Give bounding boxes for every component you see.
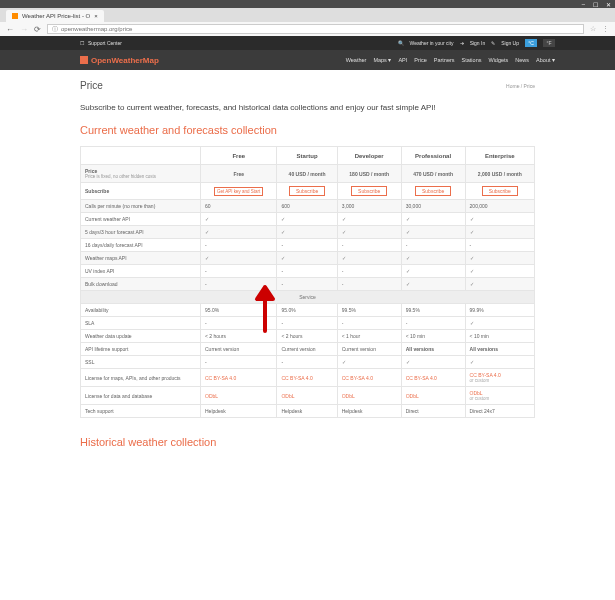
col-developer: Developer bbox=[337, 147, 401, 165]
subscribe-professional-button[interactable]: Subscribe bbox=[415, 186, 451, 196]
support-icon: ☐ bbox=[80, 40, 84, 46]
license-link[interactable]: ODbL bbox=[205, 393, 218, 399]
service-divider: Service bbox=[81, 291, 535, 304]
price-free: Free bbox=[201, 165, 277, 183]
browser-tab[interactable]: Weather API Price-list - O × bbox=[6, 10, 104, 22]
nav-api[interactable]: API bbox=[398, 57, 407, 63]
unit-celsius-button[interactable]: °C bbox=[525, 39, 537, 47]
signup-link[interactable]: Sign Up bbox=[501, 40, 519, 46]
license-link[interactable]: ODbL bbox=[281, 393, 294, 399]
signin-link[interactable]: Sign In bbox=[470, 40, 486, 46]
nav-price[interactable]: Price bbox=[414, 57, 427, 63]
page-content: ☐ Support Center 🔍 Weather in your city … bbox=[0, 36, 615, 600]
nav-widgets[interactable]: Widgets bbox=[488, 57, 508, 63]
license-link[interactable]: CC BY-SA 4.0 bbox=[281, 375, 312, 381]
price-note: Price is fixed, no other hidden costs bbox=[85, 174, 196, 179]
col-startup: Startup bbox=[277, 147, 337, 165]
logo-text: OpenWeatherMap bbox=[91, 56, 159, 65]
subscribe-label: Subscribe bbox=[85, 188, 109, 194]
url-text: openweathermap.org/price bbox=[61, 26, 132, 32]
page-title: Price bbox=[80, 80, 103, 91]
row-price: PricePrice is fixed, no other hidden cos… bbox=[81, 165, 535, 183]
section-current-forecasts: Current weather and forecasts collection bbox=[80, 124, 535, 136]
table-row: Availability95.0%95.0%99.5%99.5%99.9% bbox=[81, 304, 535, 317]
subscribe-enterprise-button[interactable]: Subscribe bbox=[482, 186, 518, 196]
main-nav: OpenWeatherMap Weather Maps ▾ API Price … bbox=[0, 50, 615, 70]
back-icon[interactable]: ← bbox=[6, 25, 14, 34]
logo-icon bbox=[80, 56, 88, 64]
signup-icon: ✎ bbox=[491, 40, 495, 46]
close-icon[interactable]: ✕ bbox=[606, 1, 611, 8]
search-icon: 🔍 bbox=[398, 40, 404, 46]
row-license-maps: License for maps, APIs, and other produc… bbox=[81, 369, 535, 387]
bookmark-icon[interactable]: ☆ bbox=[590, 25, 596, 33]
reload-icon[interactable]: ⟳ bbox=[34, 25, 41, 34]
table-row: Bulk download---✓✓ bbox=[81, 278, 535, 291]
nav-maps[interactable]: Maps ▾ bbox=[373, 57, 391, 63]
table-row: Weather data update< 2 hours< 2 hours< 1… bbox=[81, 330, 535, 343]
subscribe-startup-button[interactable]: Subscribe bbox=[289, 186, 325, 196]
table-row: API lifetime supportCurrent versionCurre… bbox=[81, 343, 535, 356]
browser-toolbar: ← → ⟳ ⓘ openweathermap.org/price ☆ ⋮ bbox=[0, 22, 615, 36]
breadcrumb-current: Price bbox=[524, 83, 535, 89]
col-professional: Professional bbox=[401, 147, 465, 165]
license-link[interactable]: ODbL bbox=[342, 393, 355, 399]
col-enterprise: Enterprise bbox=[465, 147, 534, 165]
table-row: Calls per minute (no more than)606003,00… bbox=[81, 200, 535, 213]
forward-icon[interactable]: → bbox=[20, 25, 28, 34]
support-center-link[interactable]: Support Center bbox=[88, 40, 122, 46]
nav-news[interactable]: News bbox=[515, 57, 529, 63]
tab-title: Weather API Price-list - O bbox=[22, 13, 90, 19]
support-bar: ☐ Support Center 🔍 Weather in your city … bbox=[0, 36, 615, 50]
address-bar[interactable]: ⓘ openweathermap.org/price bbox=[47, 24, 584, 34]
tab-close-icon[interactable]: × bbox=[94, 13, 98, 19]
browser-tab-strip: Weather API Price-list - O × bbox=[0, 8, 615, 22]
pricing-table: Free Startup Developer Professional Ente… bbox=[80, 146, 535, 418]
table-row: UV index API---✓✓ bbox=[81, 265, 535, 278]
breadcrumb: Home / Price bbox=[506, 83, 535, 89]
table-row: Weather maps API✓✓✓✓✓ bbox=[81, 252, 535, 265]
col-blank bbox=[81, 147, 201, 165]
window-titlebar: – ☐ ✕ bbox=[0, 0, 615, 8]
table-row: 16 days/daily forecast API----- bbox=[81, 239, 535, 252]
maximize-icon[interactable]: ☐ bbox=[593, 1, 598, 8]
logo[interactable]: OpenWeatherMap bbox=[80, 56, 159, 65]
site-info-icon[interactable]: ⓘ bbox=[52, 25, 58, 34]
license-link[interactable]: CC BY-SA 4.0 bbox=[406, 375, 437, 381]
table-row: Current weather API✓✓✓✓✓ bbox=[81, 213, 535, 226]
row-subscribe: Subscribe Get API key and Start Subscrib… bbox=[81, 183, 535, 200]
favicon-icon bbox=[12, 13, 18, 19]
price-enterprise: 2,000 USD / month bbox=[465, 165, 534, 183]
nav-partners[interactable]: Partners bbox=[434, 57, 455, 63]
row-tech-support: Tech support Helpdesk Helpdesk Helpdesk … bbox=[81, 405, 535, 418]
menu-icon[interactable]: ⋮ bbox=[602, 25, 609, 33]
section-historical: Historical weather collection bbox=[80, 436, 535, 448]
table-row: 5 days/3 hour forecast API✓✓✓✓✓ bbox=[81, 226, 535, 239]
signin-icon: ➜ bbox=[460, 40, 464, 46]
table-row: SSL--✓✓✓ bbox=[81, 356, 535, 369]
breadcrumb-home[interactable]: Home bbox=[506, 83, 519, 89]
intro-text: Subscribe to current weather, forecasts,… bbox=[80, 103, 535, 112]
subscribe-developer-button[interactable]: Subscribe bbox=[351, 186, 387, 196]
license-link[interactable]: ODbL bbox=[406, 393, 419, 399]
license-link[interactable]: CC BY-SA 4.0 bbox=[342, 375, 373, 381]
price-developer: 180 USD / month bbox=[337, 165, 401, 183]
price-professional: 470 USD / month bbox=[401, 165, 465, 183]
row-license-data: License for data and database ODbL ODbL … bbox=[81, 387, 535, 405]
nav-stations[interactable]: Stations bbox=[462, 57, 482, 63]
col-free: Free bbox=[201, 147, 277, 165]
minimize-icon[interactable]: – bbox=[582, 1, 585, 7]
weather-city-link[interactable]: Weather in your city bbox=[410, 40, 454, 46]
nav-about[interactable]: About ▾ bbox=[536, 57, 555, 63]
nav-weather[interactable]: Weather bbox=[346, 57, 367, 63]
license-link[interactable]: CC BY-SA 4.0 bbox=[205, 375, 236, 381]
unit-fahrenheit-button[interactable]: °F bbox=[543, 39, 555, 47]
table-row: SLA----✓ bbox=[81, 317, 535, 330]
get-api-key-button[interactable]: Get API key and Start bbox=[214, 187, 263, 196]
price-startup: 40 USD / month bbox=[277, 165, 337, 183]
